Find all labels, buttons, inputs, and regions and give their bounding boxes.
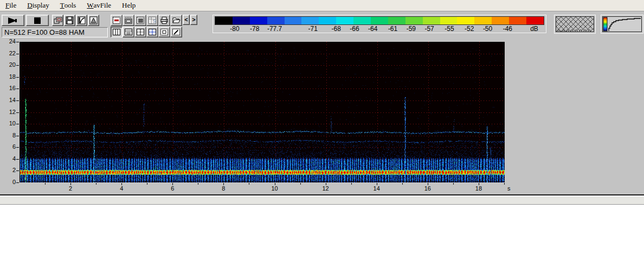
palette-curve-button[interactable] xyxy=(76,15,87,26)
x-axis-label: 14 xyxy=(373,185,380,192)
x-axis-tick xyxy=(351,183,352,185)
y-axis-tick xyxy=(16,182,19,183)
copy-image-button[interactable] xyxy=(52,15,63,26)
db-color-segment xyxy=(267,17,285,24)
db-tick-label: -55 xyxy=(445,25,454,33)
db-color-segment xyxy=(250,17,267,24)
y-axis-tick xyxy=(16,65,19,66)
x-axis-tick xyxy=(96,183,96,185)
y-axis-label: 2 xyxy=(1,167,16,173)
y-axis-label: 20 xyxy=(1,61,16,68)
palette-curve-display xyxy=(602,16,642,32)
db-color-segment xyxy=(492,17,509,24)
layout-grid-button[interactable] xyxy=(134,27,146,37)
y-axis-tick xyxy=(16,112,19,113)
x-axis-unit: s xyxy=(507,185,511,192)
stop-icon xyxy=(34,17,41,24)
waveform-overview xyxy=(554,15,596,34)
app-window: FileDisplayToolsWavFileHelp xyxy=(0,0,644,195)
x-axis-label: 18 xyxy=(475,185,482,192)
y-axis-label: 18 xyxy=(1,73,16,80)
y-axis-label: 14 xyxy=(1,97,16,103)
x-axis-tick xyxy=(300,183,301,185)
db-scale-labels: -80-78-77.7-71-68-66-64-61-59-57-55-52-5… xyxy=(213,25,546,33)
y-axis-tick xyxy=(16,54,19,54)
db-color-segment xyxy=(336,17,353,24)
y-axis-label: 8 xyxy=(1,132,16,138)
layout-vertical-button[interactable] xyxy=(111,27,123,37)
x-axis-tick xyxy=(402,183,403,185)
y-axis-tick xyxy=(16,124,19,124)
palette-transfer-curve xyxy=(601,15,643,34)
menu-item-wavfile[interactable]: WavFile xyxy=(81,0,117,11)
svg-text:S: S xyxy=(152,18,156,24)
y-axis-label: 4 xyxy=(1,155,16,162)
menu-item-tools[interactable]: Tools xyxy=(55,0,82,11)
layout-grid-cross-button[interactable] xyxy=(146,27,158,37)
menu-item-file[interactable]: File xyxy=(0,0,22,11)
y-axis-label: 0 xyxy=(1,179,16,185)
x-axis-tick xyxy=(198,183,198,185)
y-axis-label: 6 xyxy=(1,143,16,150)
db-color-segment xyxy=(457,17,474,24)
x-axis-label: 8 xyxy=(222,185,225,192)
print-button[interactable] xyxy=(158,15,170,26)
db-color-segment xyxy=(388,17,405,24)
menu-item-help[interactable]: Help xyxy=(117,0,141,11)
red-bar-box-icon xyxy=(112,16,121,24)
screen: FileDisplayToolsWavFileHelp xyxy=(0,0,644,278)
db-tick-label: -59 xyxy=(407,25,416,33)
y-axis-tick xyxy=(16,136,19,136)
x-axis-tick xyxy=(45,183,46,185)
open-file-button[interactable] xyxy=(170,15,182,26)
x-axis-label: 6 xyxy=(171,185,174,192)
copy-icon xyxy=(54,17,62,24)
layout-horizontal-button[interactable] xyxy=(123,27,134,37)
db-color-segment xyxy=(215,17,233,24)
y-axis-tick xyxy=(16,42,19,42)
db-tick-label: -68 xyxy=(332,25,341,33)
stop-button[interactable] xyxy=(26,15,49,26)
s-table-icon: S xyxy=(148,16,157,24)
edit-button[interactable] xyxy=(170,27,182,37)
x-axis-tick xyxy=(147,183,147,185)
view-filled-button[interactable] xyxy=(134,15,146,26)
waveform-overview-display xyxy=(556,16,594,32)
x-axis-tick xyxy=(453,183,454,185)
spectrogram-display[interactable] xyxy=(20,42,505,182)
db-color-bar xyxy=(215,16,544,25)
db-tick-label: -61 xyxy=(388,25,397,33)
view-waveform-button[interactable] xyxy=(111,15,123,26)
scroll-right-button[interactable]: > xyxy=(190,15,197,25)
y-axis-tick xyxy=(16,159,19,160)
save-button[interactable] xyxy=(64,15,75,26)
db-tick-label: -46 xyxy=(503,25,512,33)
db-color-segment xyxy=(301,17,319,24)
x-axis-label: 10 xyxy=(271,185,278,192)
db-color-segment xyxy=(440,17,458,24)
x-axis-tick xyxy=(504,183,505,185)
view-spectrum-table-button[interactable]: S xyxy=(146,15,158,26)
grid-cross-icon xyxy=(148,28,157,36)
layout-single-button[interactable] xyxy=(158,27,170,37)
y-axis-tick xyxy=(16,89,19,89)
db-tick-label: -71 xyxy=(308,25,318,33)
play-button[interactable] xyxy=(2,15,24,26)
spectrum-view-button[interactable] xyxy=(88,15,99,26)
menu-bar: FileDisplayToolsWavFileHelp xyxy=(0,0,644,11)
x-axis-label: 4 xyxy=(120,185,123,192)
y-axis-label: 16 xyxy=(1,85,16,91)
scroll-left-button[interactable]: < xyxy=(183,15,190,25)
db-color-segment xyxy=(474,17,492,24)
menu-item-display[interactable]: Display xyxy=(22,0,54,11)
db-tick-label: -50 xyxy=(483,25,492,33)
y-axis-tick xyxy=(16,170,19,171)
y-axis-label: 10 xyxy=(1,120,16,127)
y-axis-tick xyxy=(16,77,19,78)
y-axis-tick xyxy=(16,147,19,148)
view-marker-button[interactable] xyxy=(123,15,134,26)
curve-icon xyxy=(78,16,86,24)
db-color-segment xyxy=(353,17,371,24)
x-axis-tick xyxy=(249,183,249,185)
db-unit-label: dB xyxy=(530,25,538,33)
